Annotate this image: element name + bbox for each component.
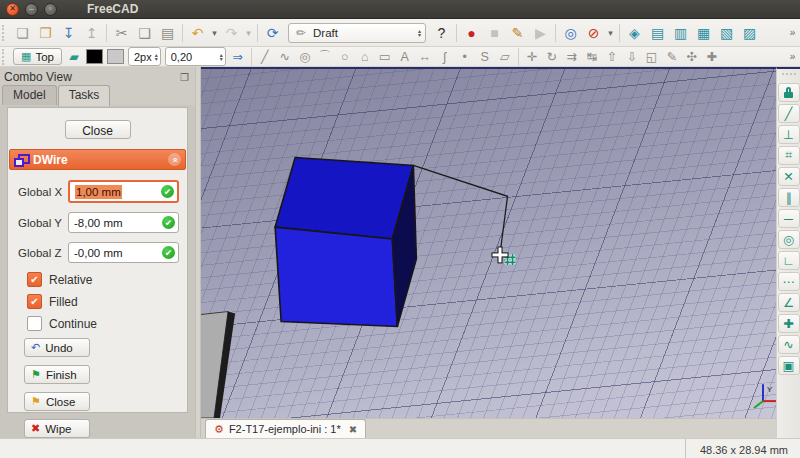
draft-edit-icon[interactable]: ✎: [662, 48, 682, 65]
face-color-swatch[interactable]: [107, 49, 124, 64]
toolbar-handle[interactable]: [2, 25, 8, 41]
document-tab-close-icon[interactable]: ✖: [349, 424, 357, 435]
draft-circle-icon[interactable]: ◎: [295, 48, 315, 65]
continue-checkbox[interactable]: ✔: [27, 316, 42, 331]
macro-record-icon[interactable]: ●: [460, 21, 483, 44]
draft-arc-icon[interactable]: ⌒: [315, 48, 335, 65]
toolbar-overflow-button[interactable]: »: [787, 48, 798, 65]
view-rear-icon[interactable]: ▧: [715, 21, 738, 44]
draw-style-icon[interactable]: ⊘: [582, 21, 605, 44]
snap-lock-icon[interactable]: [778, 83, 800, 102]
snap-center-icon[interactable]: ◎: [778, 230, 800, 249]
construction-mode-icon[interactable]: ▰: [64, 48, 84, 65]
wipe-button[interactable]: ✖ Wipe: [24, 419, 90, 438]
draft-addpoint-icon[interactable]: ✚: [702, 48, 722, 65]
toolbar-overflow-button[interactable]: »: [787, 21, 798, 44]
line-width-spinbox[interactable]: 2px ▴▾: [128, 47, 161, 66]
snap-perpendicular-icon[interactable]: ⊥: [778, 125, 800, 144]
snap-extension-icon[interactable]: ─: [778, 209, 800, 228]
draft-offset-icon[interactable]: ⇉: [562, 48, 582, 65]
draft-wire-icon[interactable]: ∿: [275, 48, 295, 65]
draft-line-icon[interactable]: ╱: [255, 48, 275, 65]
toolbar-handle[interactable]: [782, 73, 796, 79]
task-close-button[interactable]: Close: [65, 120, 131, 139]
undo-icon[interactable]: ↶: [186, 21, 209, 44]
view-bottom-icon[interactable]: ▨: [738, 21, 761, 44]
draft-trimex-icon[interactable]: ↹: [582, 48, 602, 65]
working-plane-button[interactable]: ▦ Top: [13, 48, 62, 65]
macro-edit-icon[interactable]: ✎: [506, 21, 529, 44]
toolbar-handle[interactable]: [2, 49, 8, 65]
macro-play-icon[interactable]: ▶: [529, 21, 552, 44]
workbench-selector[interactable]: ✏ Draft ▴▾: [288, 23, 426, 43]
copy-icon[interactable]: ❑: [133, 21, 156, 44]
view-right-icon[interactable]: ▦: [692, 21, 715, 44]
document-tab[interactable]: ⚙ F2-T17-ejemplo-ini : 1* ✖: [205, 419, 366, 438]
global-x-input[interactable]: 1,00 mm ✔: [68, 180, 179, 203]
view-front-icon[interactable]: ▤: [646, 21, 669, 44]
3d-viewport[interactable]: Y x: [201, 67, 776, 418]
macro-stop-icon[interactable]: ■: [483, 21, 506, 44]
snap-workingplane-icon[interactable]: ▣: [778, 356, 800, 375]
snap-parallel-icon[interactable]: ∥: [778, 188, 800, 207]
draft-move-icon[interactable]: ✛: [522, 48, 542, 65]
draft-text-icon[interactable]: A: [395, 48, 415, 65]
snap-scale-arrows[interactable]: ▴▾: [220, 53, 223, 61]
redo-menu-icon[interactable]: ▾: [243, 21, 254, 44]
global-y-input[interactable]: -8,00 mm ✔: [68, 212, 179, 233]
global-z-input[interactable]: -0,00 mm ✔: [68, 242, 179, 263]
snap-endpoint-icon[interactable]: ╱: [778, 104, 800, 123]
snap-angle-icon[interactable]: ∠: [778, 293, 800, 312]
cut-icon[interactable]: ✂: [110, 21, 133, 44]
close-wire-button[interactable]: ⚑ Close: [24, 392, 90, 411]
line-color-swatch[interactable]: [86, 49, 103, 64]
float-panel-icon[interactable]: ❐: [180, 72, 189, 83]
collapse-task-icon[interactable]: »: [168, 153, 181, 166]
fit-all-icon[interactable]: ◎: [559, 21, 582, 44]
draft-rotate-icon[interactable]: ↻: [542, 48, 562, 65]
draft-rectangle-icon[interactable]: ▭: [375, 48, 395, 65]
dwire-task-header[interactable]: DWire »: [9, 149, 186, 170]
undo-menu-icon[interactable]: ▾: [209, 21, 220, 44]
snap-near-icon[interactable]: ∿: [778, 335, 800, 354]
snap-intersection-icon[interactable]: ✕: [778, 167, 800, 186]
combo-spin-arrows[interactable]: ▴▾: [418, 29, 421, 37]
snap-scale-spinbox[interactable]: 0,20 ▴▾: [165, 47, 226, 66]
new-file-icon[interactable]: ❏: [11, 21, 34, 44]
window-maximize-button[interactable]: ▫: [44, 3, 57, 16]
save-file-icon[interactable]: ↧: [57, 21, 80, 44]
draft-facebinder-icon[interactable]: ▱: [495, 48, 515, 65]
export-file-icon[interactable]: ↥: [80, 21, 103, 44]
snap-special-icon[interactable]: ✚: [778, 314, 800, 333]
draft-subelement-icon[interactable]: ✣: [682, 48, 702, 65]
whats-this-icon[interactable]: ?: [430, 21, 453, 44]
draft-scale-icon[interactable]: ◱: [642, 48, 662, 65]
apply-style-icon[interactable]: ⇒: [228, 48, 248, 65]
draft-dimension-icon[interactable]: ↔: [415, 48, 435, 65]
snap-grid-icon[interactable]: ⌗: [778, 146, 800, 165]
refresh-icon[interactable]: ⟳: [261, 21, 284, 44]
cube-top-face[interactable]: [275, 157, 413, 239]
view-axonometric-icon[interactable]: ◈: [623, 21, 646, 44]
tab-tasks[interactable]: Tasks: [58, 85, 111, 106]
draft-upgrade-icon[interactable]: ⇧: [602, 48, 622, 65]
open-file-icon[interactable]: ❐: [34, 21, 57, 44]
undo-button[interactable]: ↶ Undo: [24, 338, 90, 357]
snap-dimensions-icon[interactable]: ⋯: [778, 272, 800, 291]
paste-icon[interactable]: ▤: [156, 21, 179, 44]
window-minimize-button[interactable]: –: [25, 3, 38, 16]
draw-style-menu-icon[interactable]: ▾: [605, 21, 616, 44]
draft-bezier-icon[interactable]: ʃ: [435, 48, 455, 65]
filled-checkbox[interactable]: ✔: [27, 294, 42, 309]
draft-shapestring-icon[interactable]: S: [475, 48, 495, 65]
draft-point-icon[interactable]: •: [455, 48, 475, 65]
window-close-button[interactable]: ✕: [6, 3, 19, 16]
line-width-arrows[interactable]: ▴▾: [155, 53, 158, 61]
tab-model[interactable]: Model: [2, 85, 57, 105]
cube-front-face[interactable]: [275, 227, 397, 326]
draft-downgrade-icon[interactable]: ⇩: [622, 48, 642, 65]
draft-polygon-icon[interactable]: ⌂: [355, 48, 375, 65]
draft-ellipse-icon[interactable]: ○: [335, 48, 355, 65]
redo-icon[interactable]: ↷: [220, 21, 243, 44]
relative-checkbox[interactable]: ✔: [27, 272, 42, 287]
